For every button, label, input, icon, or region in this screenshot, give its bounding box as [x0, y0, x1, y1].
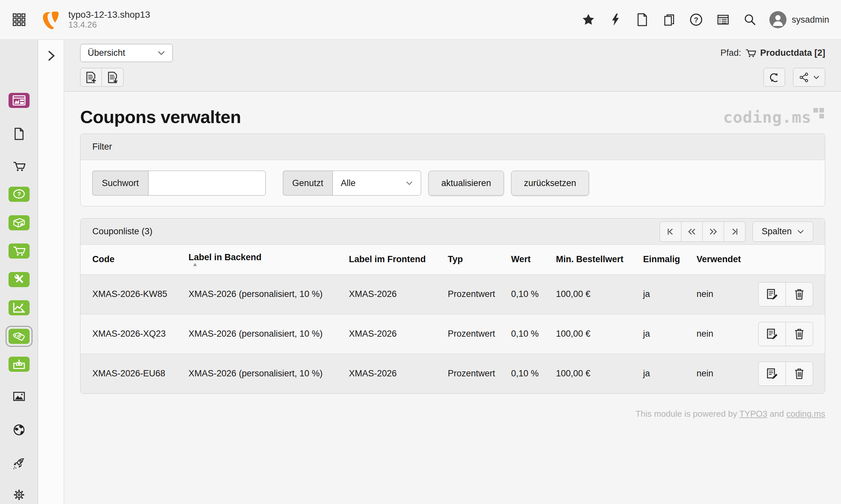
- used-select[interactable]: Alle: [332, 170, 421, 196]
- bookmark-star-icon[interactable]: [575, 0, 602, 39]
- delete-button[interactable]: [786, 322, 813, 346]
- package-box-icon: [8, 215, 30, 230]
- module-upgrade[interactable]: [0, 456, 38, 471]
- module-media[interactable]: [0, 389, 38, 404]
- gear-icon: [13, 489, 25, 501]
- svg-text:?: ?: [17, 191, 21, 198]
- module-faq[interactable]: ?: [0, 187, 38, 202]
- system-information-icon[interactable]: [709, 0, 737, 39]
- filter-panel-title: Filter: [92, 142, 112, 152]
- edit-button[interactable]: [758, 282, 786, 306]
- module-sites[interactable]: [0, 422, 38, 437]
- apps-grid-icon[interactable]: [5, 0, 33, 39]
- pagination-next-button[interactable]: [702, 221, 724, 242]
- import-download-icon: [8, 357, 30, 372]
- delete-button[interactable]: [786, 282, 813, 306]
- workspaces-copies-icon[interactable]: [656, 0, 683, 39]
- site-name: typo3-12-13.shop13: [68, 10, 150, 20]
- typo3-link[interactable]: TYPO3: [739, 409, 767, 419]
- refresh-button[interactable]: [763, 68, 785, 87]
- cell-einmalig: ja: [643, 354, 697, 393]
- edit-icon: [766, 288, 778, 300]
- used-label: Genutzt: [283, 170, 333, 196]
- path-value[interactable]: Productdata [2]: [760, 48, 825, 58]
- module-configuration[interactable]: [0, 272, 38, 287]
- codingms-logo: coding.ms: [723, 108, 825, 126]
- coupon-list-panel: Couponliste (3): [80, 218, 825, 394]
- clear-cache-bolt-icon[interactable]: [602, 0, 629, 39]
- pagination-previous-button[interactable]: [681, 221, 703, 242]
- rocket-icon: [13, 457, 25, 470]
- module-page[interactable]: [0, 126, 38, 141]
- codingms-link[interactable]: coding.ms: [787, 409, 826, 419]
- column-header-min-bestellwert[interactable]: Min. Bestellwert: [556, 245, 643, 274]
- help-circle-icon[interactable]: ?: [683, 0, 709, 39]
- update-button[interactable]: aktualisieren: [428, 170, 504, 196]
- column-header-label-backend[interactable]: Label in Backend: [189, 245, 349, 274]
- table-row: XMAS-2026-EU68 XMAS-2026 (personalisiert…: [81, 354, 825, 393]
- row-actions: [758, 322, 813, 346]
- svg-text:?: ?: [694, 16, 699, 24]
- cell-verwendet: nein: [697, 274, 758, 314]
- used-select-value: Alle: [341, 178, 356, 188]
- cell-label-frontend: XMAS-2026: [349, 274, 448, 314]
- cell-verwendet: nein: [697, 354, 758, 393]
- cell-typ: Prozentwert: [448, 354, 511, 393]
- cart-icon: [13, 161, 25, 172]
- pagination-last-button[interactable]: [724, 221, 745, 242]
- table-row: XMAS-2026-KW85 XMAS-2026 (personalisiert…: [81, 274, 825, 314]
- search-input[interactable]: [148, 170, 266, 196]
- cell-min-bestellwert: 100,00 €: [556, 274, 643, 314]
- faq-question-icon: ?: [8, 187, 30, 202]
- pagination-group: [660, 221, 745, 242]
- cell-label-backend: XMAS-2026 (personalisiert, 10 %): [189, 314, 349, 354]
- chart-icon: [8, 300, 30, 315]
- filter-panel-body: Suchwort Genutzt Alle aktualisieren zurü…: [81, 160, 825, 206]
- main-area: Übersicht Pfad: Productdata [2]: [64, 40, 841, 504]
- module-shop-cart[interactable]: [0, 159, 38, 174]
- module-import[interactable]: [0, 357, 38, 372]
- module-coupons[interactable]: [0, 325, 38, 348]
- search-icon[interactable]: [737, 0, 763, 39]
- edit-icon: [766, 328, 778, 340]
- page-title: Coupons verwalten: [80, 107, 825, 127]
- document-icon[interactable]: [629, 0, 656, 39]
- row-actions: [758, 362, 813, 386]
- sort-asc-icon: [192, 263, 198, 267]
- codingms-logo-text: coding.ms: [723, 108, 811, 126]
- module-statistics[interactable]: [0, 300, 38, 315]
- columns-button[interactable]: Spalten: [753, 221, 813, 242]
- share-button[interactable]: [793, 68, 825, 87]
- export-coupons-button[interactable]: [102, 68, 123, 87]
- reset-button[interactable]: zurücksetzen: [511, 170, 589, 196]
- list-controls: Spalten: [660, 221, 813, 242]
- delete-button[interactable]: [786, 362, 813, 386]
- pagination-first-button[interactable]: [660, 221, 681, 242]
- column-header-code[interactable]: Code: [81, 245, 189, 274]
- module-dashboard[interactable]: [0, 93, 38, 108]
- path-cart-icon: [745, 49, 756, 58]
- column-header-verwendet[interactable]: Verwendet: [697, 245, 758, 274]
- module-body: Coupons verwalten coding.ms Filter Suchw…: [64, 92, 841, 419]
- column-header-wert[interactable]: Wert: [511, 245, 556, 274]
- column-header-einmalig[interactable]: Einmalig: [643, 245, 697, 274]
- user-menu[interactable]: sysadmin: [763, 0, 829, 39]
- module-settings[interactable]: [0, 487, 38, 502]
- module-orders[interactable]: [0, 244, 38, 258]
- breadcrumb: Pfad: Productdata [2]: [720, 48, 825, 58]
- column-header-typ[interactable]: Typ: [448, 245, 511, 274]
- search-label: Suchwort: [92, 170, 148, 196]
- site-logo-block[interactable]: typo3-12-13.shop13 13.4.26: [41, 9, 150, 30]
- expand-navigation-chevron-icon[interactable]: [44, 49, 58, 63]
- module-products[interactable]: [0, 215, 38, 230]
- coupon-table: Code Label in Backend Label im Frontend …: [81, 245, 825, 393]
- cell-typ: Prozentwert: [448, 274, 511, 314]
- refresh-icon: [768, 72, 780, 83]
- column-header-label-frontend[interactable]: Label im Frontend: [349, 245, 448, 274]
- view-select[interactable]: Übersicht: [80, 44, 173, 62]
- cell-einmalig: ja: [643, 274, 697, 314]
- new-coupon-button[interactable]: [80, 68, 102, 87]
- edit-button[interactable]: [758, 362, 786, 386]
- selected-module-ring: [5, 326, 33, 347]
- edit-button[interactable]: [758, 322, 786, 346]
